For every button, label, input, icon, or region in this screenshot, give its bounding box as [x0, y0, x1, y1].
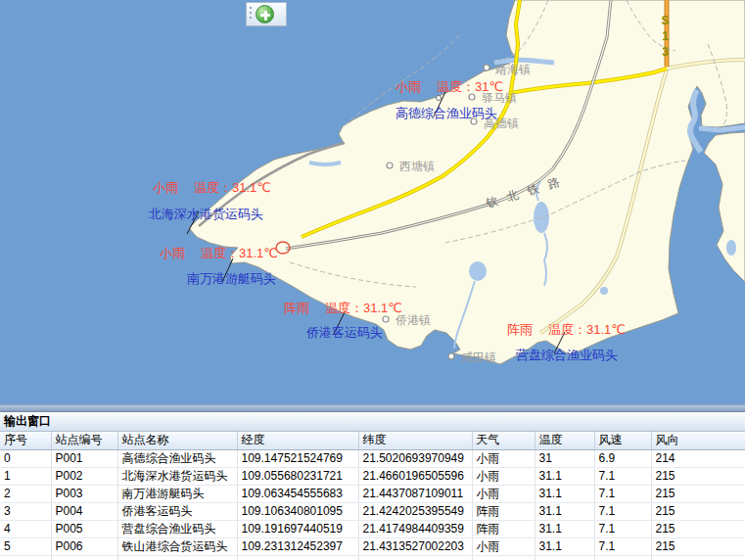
weather-text: 小雨 [396, 79, 421, 94]
cell-index: 2 [0, 485, 51, 502]
weather-text: 阵雨 [507, 322, 533, 337]
cell-wind-speed: 7.1 [594, 467, 651, 485]
cell-latitude: 21.4313527002203 [358, 537, 472, 555]
cell-latitude: 21.4660196505596 [358, 467, 472, 485]
cell-station-name: 北海深水港货运码头 [117, 467, 237, 485]
cell-wind-direction: 214 [651, 449, 745, 467]
map-canvas[interactable]: 靖海镇 驿马镇 高德镇 西塘镇 侨港镇 咸田镇 钦北铁路 [0, 0, 745, 404]
output-panel-title: 输出窗口 [0, 412, 745, 432]
column-header[interactable]: 经度 [237, 432, 358, 449]
table-row-empty [0, 555, 745, 560]
weather-text: 小雨 [153, 180, 178, 195]
cell-index: 3 [0, 502, 51, 520]
cell-weather: 小雨 [472, 449, 535, 467]
station-label: 高德综合渔业码头 [396, 105, 497, 122]
cell-latitude: 21.5020693970949 [358, 449, 472, 467]
cell-station-id: P001 [51, 449, 117, 467]
cell-station-name: 南万港游艇码头 [117, 485, 237, 502]
column-header[interactable]: 天气 [472, 432, 535, 449]
column-header[interactable]: 序号 [0, 432, 51, 449]
cell-temperature: 31.1 [535, 520, 594, 537]
cell-wind-direction: 215 [651, 537, 745, 555]
cell-longitude: 109.191697440519 [237, 520, 358, 537]
cell-latitude: 21.4242025395549 [358, 502, 472, 520]
cell-weather: 阵雨 [472, 520, 535, 537]
cell-wind-speed: 7.1 [594, 502, 651, 520]
cell-wind-speed: 7.1 [594, 520, 651, 537]
cell-wind-speed: 7.1 [594, 485, 651, 502]
station-label: 南万港游艇码头 [187, 270, 276, 288]
temperature-text: 温度：31℃ [437, 79, 503, 94]
add-button[interactable] [256, 5, 274, 23]
station-label: 营盘综合渔业码头 [516, 347, 618, 364]
cell-weather: 小雨 [472, 485, 535, 502]
cell-weather: 小雨 [472, 537, 535, 555]
weather-annotation: 阵雨温度：31.1℃ [507, 321, 626, 339]
town-label: 西塘镇 [399, 160, 435, 173]
cell-wind-direction: 215 [651, 502, 745, 520]
table-row[interactable]: 2 P003 南万港游艇码头 109.063454555683 21.44370… [0, 485, 745, 502]
cell-temperature: 31.1 [535, 502, 594, 520]
column-header[interactable]: 站点名称 [117, 432, 237, 449]
cell-station-id: P006 [51, 537, 117, 555]
column-header[interactable]: 风速 [594, 432, 651, 449]
cell-wind-speed: 6.9 [594, 449, 651, 467]
station-label: 侨港客运码头 [306, 324, 383, 342]
town-label: 靖海镇 [494, 63, 531, 76]
cell-weather: 小雨 [472, 467, 535, 485]
table-row[interactable]: 4 P005 营盘综合渔业码头 109.191697440519 21.4174… [0, 520, 745, 537]
output-table: 序号 站点编号 站点名称 经度 纬度 天气 温度 风速 风向 0 P001 高德… [0, 432, 745, 560]
cell-index: 5 [0, 537, 51, 555]
table-row[interactable]: 1 P002 北海深水港货运码头 109.055680231721 21.466… [0, 467, 745, 485]
weather-annotation: 小雨温度：31.1℃ [153, 179, 271, 197]
cell-station-id: P005 [51, 520, 117, 537]
station-point [437, 96, 442, 101]
cell-station-name: 营盘综合渔业码头 [117, 520, 237, 537]
app-window: 靖海镇 驿马镇 高德镇 西塘镇 侨港镇 咸田镇 钦北铁路 S13 小雨温度：31… [0, 0, 745, 560]
temperature-text: 温度：31.1℃ [325, 301, 402, 315]
station-label: 北海深水港货运码头 [149, 206, 263, 223]
cell-wind-direction: 215 [651, 485, 745, 502]
temperature-text: 温度：31.1℃ [194, 180, 271, 195]
add-icon [264, 11, 267, 21]
weather-text: 小雨 [160, 246, 185, 260]
cell-index: 0 [0, 449, 51, 467]
cell-longitude: 109.231312452397 [237, 537, 358, 555]
cell-longitude: 109.147521524769 [237, 449, 358, 467]
cell-station-id: P004 [51, 502, 117, 520]
weather-annotation: 小雨温度：31℃ [396, 78, 503, 96]
cell-station-name: 铁山港综合货运码头 [117, 537, 237, 555]
town-label: 咸田镇 [461, 350, 496, 364]
map-viewport[interactable]: 靖海镇 驿马镇 高德镇 西塘镇 侨港镇 咸田镇 钦北铁路 S13 小雨温度：31… [0, 0, 745, 404]
cell-wind-direction: 215 [651, 520, 745, 537]
column-header[interactable]: 温度 [535, 432, 594, 449]
table-header-row: 序号 站点编号 站点名称 经度 纬度 天气 温度 风速 风向 [0, 432, 745, 449]
cell-temperature: 31.1 [535, 537, 594, 555]
cell-latitude: 21.4437087109011 [358, 485, 472, 502]
column-header[interactable]: 站点编号 [51, 432, 117, 449]
cell-station-id: P003 [51, 485, 117, 502]
table-row[interactable]: 5 P006 铁山港综合货运码头 109.231312452397 21.431… [0, 537, 745, 555]
cell-wind-speed: 7.1 [594, 537, 651, 555]
cell-index: 1 [0, 467, 51, 485]
map-toolbar [246, 2, 287, 26]
column-header[interactable]: 风向 [651, 432, 745, 449]
column-header[interactable]: 纬度 [358, 432, 472, 449]
table-row[interactable]: 0 P001 高德综合渔业码头 109.147521524769 21.5020… [0, 449, 745, 467]
toolbar-grip[interactable] [250, 7, 252, 22]
cell-latitude: 21.4174984409359 [358, 520, 472, 537]
weather-annotation: 小雨温度：31.1℃ [160, 245, 278, 262]
table-row[interactable]: 3 P004 侨港客运码头 109.106340801095 21.424202… [0, 502, 745, 520]
cell-longitude: 109.063454555683 [237, 485, 358, 502]
panel-splitter[interactable] [0, 404, 745, 412]
cell-temperature: 31.1 [535, 467, 594, 485]
cell-temperature: 31.1 [535, 485, 594, 502]
cell-weather: 阵雨 [472, 502, 535, 520]
temperature-text: 温度：31.1℃ [201, 246, 278, 260]
cell-longitude: 109.106340801095 [237, 502, 358, 520]
cell-index: 4 [0, 520, 51, 537]
cell-temperature: 31 [535, 449, 594, 467]
cell-longitude: 109.055680231721 [237, 467, 358, 485]
road-shield-s13: S13 [660, 13, 671, 60]
cell-station-id: P002 [51, 467, 117, 485]
